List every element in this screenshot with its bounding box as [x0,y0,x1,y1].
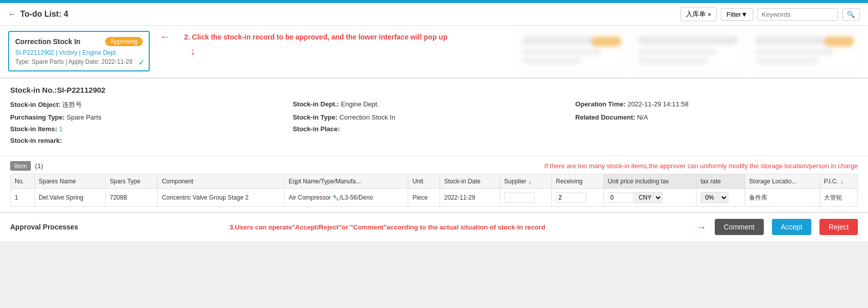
col-stock-in-date: Stock-in Date [440,174,500,189]
search-icon-button[interactable]: 🔍 [842,8,860,21]
card-info: Type: Spare Parts | Apply Date: 2022-11-… [15,58,143,65]
detail-section: Stock-in No.:SI-P22112902 Stock-in Objec… [0,79,868,156]
col-no: No. [11,174,35,189]
cell-unit-price: CNY USD [603,189,696,207]
card-title: Correction Stock In [15,37,80,46]
approval-label: Approval Processes [10,223,78,231]
detail-stock-in-items: Stock-in Items: 1 [10,125,293,133]
col-spars-type: Spars Type [105,174,157,189]
detail-operation-time: Operation Time: 2022-11-29 14:11:58 [575,100,858,109]
cell-no: 1 [11,189,35,207]
search-input[interactable] [757,8,838,21]
cell-spars-type: 7208B [105,189,157,207]
col-unit-price: Unit price including tax [603,174,696,189]
currency-select[interactable]: CNY USD [634,192,663,203]
detail-title: Stock-in No.:SI-P22112902 [10,86,858,94]
receiving-input[interactable] [556,192,586,203]
comment-button[interactable]: Comment [715,219,764,235]
detail-grid: Stock-in Object: 连胜号 Stock-in Dept.: Eng… [10,100,858,144]
col-component: Component [158,174,285,189]
header-left: ← To-do List: 4 [8,10,68,19]
blurred-card-1 [516,31,627,72]
cards-area: Correction Stock In Approving SI-P221129… [0,26,868,79]
detail-empty [575,125,858,133]
filter-button[interactable]: Filter▼ [721,8,753,21]
warehouse-button[interactable]: 入库单 × [680,7,717,21]
blurred-card-2 [632,31,744,72]
col-unit: Unit [408,174,440,189]
link-icon[interactable]: 🔧 [332,195,339,201]
arrow-right-icon: → [697,221,707,233]
table-row: 1 Del.Valve Spring 7208B Concentric Valv… [11,189,858,207]
detail-stock-in-dept: Stock-in Dept.: Engine Dept. [293,100,576,109]
cell-eqpt: Air Compressor 🔧/L3-56/Deno [284,189,408,207]
col-supplier: Supplier ↓ [500,174,552,189]
page-title: To-do List: 4 [20,10,68,19]
col-pic: P.I.C. ↓ [819,174,857,189]
col-spares-name: Spares Name [34,174,105,189]
search-icon: 🔍 [847,11,855,18]
approving-badge: Approving [105,37,143,46]
detail-purchasing-type: Purchasing Type: Spare Parts [10,113,293,121]
col-tax-rate: tax rate [696,174,745,189]
items-table: No. Spares Name Spars Type Component Eqp… [10,174,858,207]
cell-spares-name: Del.Valve Spring [34,189,105,207]
cell-stock-in-date: 2022-11-29 [440,189,500,207]
checkmark-icon: ✓ [138,58,145,67]
cell-pic: 大管轮 [819,189,857,207]
detail-stock-in-type: Stock-in Type: Correction Stock In [293,113,576,121]
stock-in-card-1[interactable]: Correction Stock In Approving SI-P221129… [8,31,150,71]
supplier-input[interactable] [504,192,535,203]
reject-button[interactable]: Reject [819,219,858,235]
detail-stock-in-object: Stock-in Object: 连胜号 [10,100,293,109]
col-storage: Storage Locatio... [745,174,819,189]
accept-button[interactable]: Accept [772,219,812,235]
detail-remark: Stock-in remark: [10,137,293,144]
cell-tax-rate: 0% 6% 9% 13% [696,189,745,207]
approval-annotation: 3.Users can operate"Accept/Reject"or "Co… [86,223,688,231]
unit-price-input[interactable] [608,192,633,203]
cell-receiving [552,189,604,207]
pic-arrow-icon: ↓ [840,177,844,185]
detail-related-doc: Related Document: N/A [575,113,858,121]
arrow-left-icon: ← [160,31,170,43]
detail-stock-in-place: Stock-in Place: [293,125,576,133]
arrow-down-icon: ↓ [190,46,195,57]
item-header: Item (1) If there are too many stock-in … [10,161,858,171]
card-header: Correction Stock In Approving [15,37,143,46]
card-links: SI-P22112902 | Victory | Engine Dept. [15,49,143,56]
approval-footer: Approval Processes 3.Users can operate"A… [0,212,868,241]
col-receiving: Receiving [552,174,604,189]
back-arrow-icon[interactable]: ← [8,10,16,19]
cell-unit: Piece [408,189,440,207]
modify-annotation: If there are too many stock-in items,the… [544,162,858,170]
table-section: Item (1) If there are too many stock-in … [0,156,868,212]
cell-supplier [500,189,552,207]
tax-rate-select[interactable]: 0% 6% 9% 13% [701,192,728,203]
cell-storage-location: 备件库 [745,189,819,207]
annotation-step2: 2. Click the stock-in record to be appro… [174,33,447,41]
blurred-card-3 [749,31,860,72]
header: ← To-do List: 4 入库单 × Filter▼ 🔍 [0,3,868,26]
col-eqpt: Eqpt Name/Type/Manufa... [284,174,408,189]
header-right: 入库单 × Filter▼ 🔍 [680,7,860,21]
item-tag: Item [10,161,31,171]
supplier-arrow-icon: ↓ [529,177,532,185]
cell-component: Concentric Valve Group Stage 2 [158,189,285,207]
item-count: (1) [35,162,43,170]
